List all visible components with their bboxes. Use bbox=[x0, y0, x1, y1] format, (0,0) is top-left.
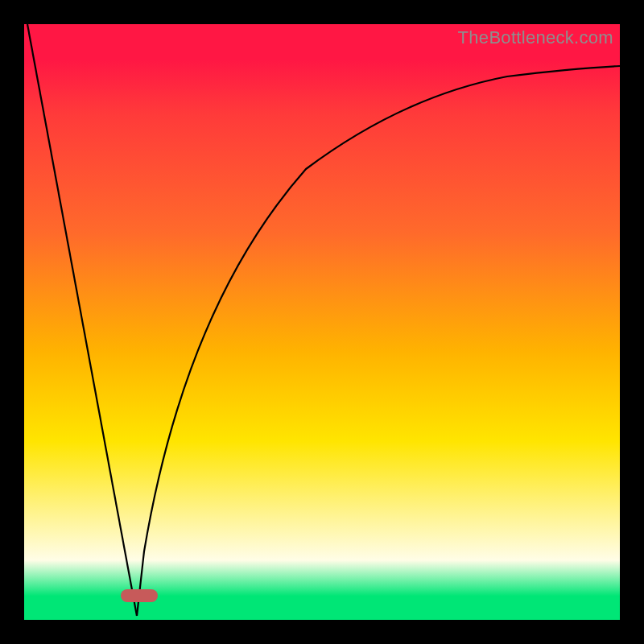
chart-curves bbox=[24, 24, 620, 620]
right-asymptotic-curve bbox=[137, 66, 620, 616]
plot-area: TheBottleneck.com bbox=[24, 24, 620, 620]
left-line-segment bbox=[27, 24, 137, 616]
chart-frame: TheBottleneck.com bbox=[0, 0, 644, 644]
optimal-marker bbox=[121, 589, 158, 602]
